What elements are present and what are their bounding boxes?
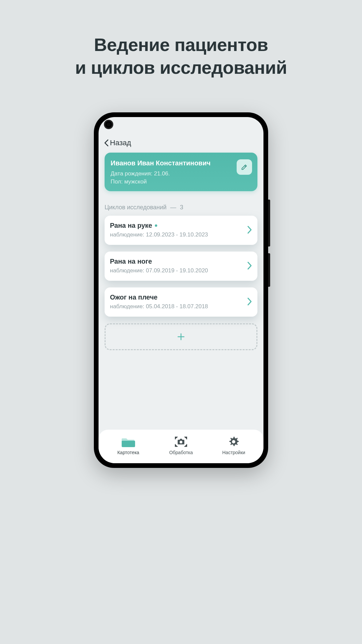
status-bar-spacer	[99, 117, 263, 136]
cycles-section-label: Циклов исследований — 3	[105, 204, 257, 211]
active-dot-icon	[155, 224, 157, 227]
patient-name: Иванов Иван Константинович	[111, 159, 251, 167]
scan-camera-icon	[174, 436, 188, 448]
nav-tab-settings[interactable]: Настройки	[207, 436, 260, 455]
chevron-right-icon	[247, 225, 252, 234]
cycle-card[interactable]: Ожог на плеченаблюдение: 05.04.2018 - 18…	[105, 287, 257, 317]
cycle-subtitle: наблюдение: 05.04.2018 - 18.07.2018	[110, 303, 247, 310]
phone-mockup: Назад Иванов Иван Константинович Дата ро…	[94, 112, 268, 468]
phone-side-button	[268, 200, 270, 247]
svg-point-1	[180, 441, 182, 443]
app-screen: Назад Иванов Иван Константинович Дата ро…	[99, 117, 263, 463]
nav-label: Настройки	[222, 450, 245, 455]
edit-patient-button[interactable]	[237, 159, 252, 175]
nav-label: Картотека	[117, 450, 139, 455]
content-area: Иванов Иван Константинович Дата рождения…	[99, 149, 263, 430]
nav-tab-cards[interactable]: Картотека	[102, 436, 155, 455]
cycle-title: Рана на руке	[110, 222, 247, 229]
cycle-card[interactable]: Рана на рукенаблюдение: 12.09.2023 - 19.…	[105, 216, 257, 245]
plus-icon	[176, 332, 186, 342]
back-label: Назад	[110, 139, 131, 147]
cycle-title: Рана на ноге	[110, 258, 247, 265]
back-button[interactable]: Назад	[99, 136, 263, 149]
patient-dob: Дата рождения: 21.06.	[111, 170, 251, 178]
cycle-subtitle: наблюдение: 12.09.2023 - 19.10.2023	[110, 231, 247, 238]
nav-tab-processing[interactable]: Обработка	[155, 436, 207, 455]
svg-point-2	[232, 440, 235, 443]
folder-icon	[122, 436, 135, 448]
chevron-left-icon	[104, 139, 109, 147]
bottom-nav: Картотека Обработка	[99, 430, 263, 463]
phone-camera	[104, 120, 113, 129]
page-headline: Ведение пациентови циклов исследований	[75, 34, 287, 79]
cycle-subtitle: наблюдение: 07.09.2019 - 19.10.2020	[110, 267, 247, 274]
cycle-title: Ожог на плече	[110, 293, 247, 301]
nav-label: Обработка	[169, 450, 193, 455]
patient-card[interactable]: Иванов Иван Константинович Дата рождения…	[105, 153, 257, 191]
gear-icon	[228, 436, 240, 448]
phone-side-button	[268, 253, 270, 287]
add-cycle-button[interactable]	[105, 323, 257, 350]
chevron-right-icon	[247, 297, 252, 306]
patient-gender: Пол: мужской	[111, 178, 251, 186]
chevron-right-icon	[247, 261, 252, 270]
cycle-card[interactable]: Рана на ногенаблюдение: 07.09.2019 - 19.…	[105, 252, 257, 281]
pencil-icon	[241, 163, 248, 171]
